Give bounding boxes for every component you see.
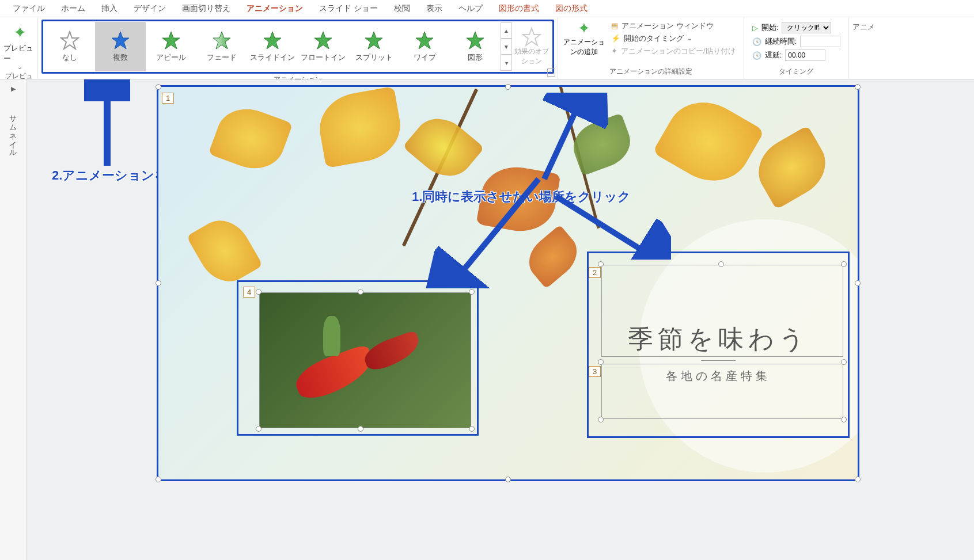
slide-title[interactable]: 季節を味わう (589, 322, 848, 356)
anim-appear[interactable]: アピール (146, 22, 196, 71)
tab-design[interactable]: デザイン (126, 0, 174, 17)
painter-icon: ✦ (611, 47, 617, 55)
start-label: 開始: (761, 22, 779, 33)
anim-tag-1[interactable]: 1 (162, 93, 174, 104)
delay-icon: 🕓 (752, 51, 761, 60)
gallery-down[interactable]: ▼ (501, 39, 512, 55)
anim-wipe[interactable]: ワイプ (399, 22, 450, 71)
arrow-1b (521, 93, 671, 260)
animation-painter-button[interactable]: ✦アニメーションのコピー/貼り付け (611, 46, 736, 56)
preview-button[interactable]: ✦ プレビュー ⌄ (3, 20, 36, 70)
pane-icon: ▤ (611, 21, 618, 30)
tab-review[interactable]: 校閲 (386, 0, 418, 17)
slide-canvas[interactable]: 1 4 2 季節を味わう (157, 85, 859, 481)
anim-none[interactable]: なし (44, 22, 95, 71)
gallery-up[interactable]: ▲ (501, 22, 512, 39)
chevron-right-icon[interactable]: ▶ (11, 85, 16, 93)
animation-gallery-highlight: なし 複数 アピール フェード スライドイン フロートイン スプリット ワイプ … (41, 20, 554, 74)
dialog-launcher-animation[interactable]: ↘ (547, 68, 555, 77)
tab-slideshow[interactable]: スライド ショー (311, 0, 386, 17)
anim-split[interactable]: スプリット (348, 22, 399, 71)
workspace: ▶ サムネイル 2.アニメーションを選択してクリック 1 (0, 79, 974, 560)
arrow-2 (84, 79, 130, 172)
delay-input[interactable] (785, 49, 825, 61)
svg-line-1 (544, 104, 579, 179)
gallery-more[interactable]: ▾ (501, 55, 512, 71)
group-label-timing: タイミング (748, 66, 846, 78)
tab-transitions[interactable]: 画面切り替え (174, 0, 238, 17)
slide-subtitle[interactable]: 各地の名産特集 (589, 368, 848, 384)
add-animation-button[interactable]: ✦ アニメーションの追加 (562, 20, 607, 57)
tab-shape-format[interactable]: 図形の書式 (491, 0, 547, 17)
tab-file[interactable]: ファイル (5, 0, 53, 17)
anim-multiple[interactable]: 複数 (95, 22, 146, 71)
tab-animations[interactable]: アニメーション (238, 0, 311, 17)
duration-input[interactable] (800, 36, 840, 47)
slide-editor[interactable]: 2.アニメーションを選択してクリック 1 (26, 79, 974, 560)
animation-gallery[interactable]: なし 複数 アピール フェード スライドイン フロートイン スプリット ワイプ … (44, 22, 501, 71)
animation-pane-button[interactable]: ▤アニメーション ウィンドウ (611, 21, 736, 31)
tab-insert[interactable]: 挿入 (93, 0, 126, 17)
anim-fade[interactable]: フェード (196, 22, 247, 71)
tab-help[interactable]: ヘルプ (450, 0, 491, 17)
selected-image-object[interactable]: 4 (237, 280, 479, 436)
svg-line-2 (556, 196, 648, 254)
group-label-advanced: アニメーションの詳細設定 (562, 66, 740, 78)
trigger-button[interactable]: ⚡開始のタイミング⌄ (611, 33, 736, 44)
star-icon: ✦ (13, 23, 26, 42)
effect-options: 効果のオプション (512, 22, 551, 71)
tab-bar: ファイル ホーム 挿入 デザイン 画面切り替え アニメーション スライド ショー… (0, 0, 974, 17)
ribbon: ✦ プレビュー ⌄ プレビュー なし 複数 アピール フェード スライドイン フ… (0, 17, 974, 79)
anim-floatin[interactable]: フロートイン (298, 22, 348, 71)
play-icon: ▷ (752, 24, 758, 32)
thumbnail-pane[interactable]: ▶ サムネイル (0, 79, 26, 560)
tab-home[interactable]: ホーム (53, 0, 93, 17)
start-select[interactable]: クリック時 (782, 22, 831, 33)
tab-view[interactable]: 表示 (418, 0, 450, 17)
reorder-label: アニメ (852, 22, 875, 32)
anim-shape[interactable]: 図形 (450, 22, 501, 71)
anim-tag-4[interactable]: 4 (243, 287, 255, 298)
thumbnail-label: サムネイル (8, 110, 18, 153)
delay-label: 遅延: (765, 50, 782, 60)
trigger-icon: ⚡ (611, 34, 620, 43)
gallery-scroll[interactable]: ▲▼▾ (501, 22, 512, 71)
preview-label: プレビュー (3, 43, 36, 64)
pepper-photo (259, 292, 471, 428)
anim-flyin[interactable]: スライドイン (247, 22, 298, 71)
star-plus-icon: ✦ (578, 20, 590, 37)
duration-label: 継続時間: (765, 36, 797, 47)
tab-picture-format[interactable]: 図の形式 (547, 0, 596, 17)
clock-icon: 🕓 (752, 37, 761, 46)
selected-text-objects[interactable]: 2 季節を味わう 3 各地の名産特集 (587, 252, 850, 438)
